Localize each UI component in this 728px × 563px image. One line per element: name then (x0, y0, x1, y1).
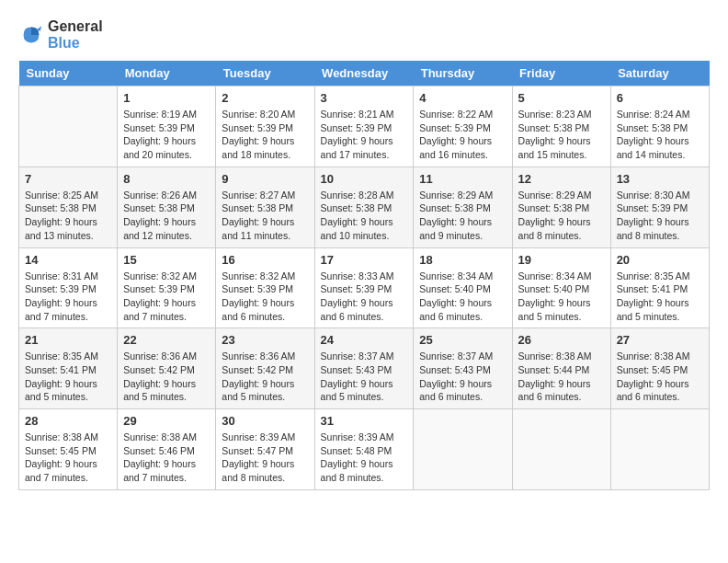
calendar-cell: 18Sunrise: 8:34 AMSunset: 5:40 PMDayligh… (414, 247, 512, 328)
calendar-cell: 27Sunrise: 8:38 AMSunset: 5:45 PMDayligh… (610, 328, 709, 409)
weekday-header-thursday: Thursday (414, 61, 512, 86)
day-info: Sunrise: 8:24 AMSunset: 5:38 PMDaylight:… (617, 108, 703, 162)
calendar-cell (19, 86, 118, 167)
day-number: 14 (25, 253, 111, 267)
day-info: Sunrise: 8:27 AMSunset: 5:38 PMDaylight:… (222, 189, 308, 243)
day-info: Sunrise: 8:39 AMSunset: 5:47 PMDaylight:… (222, 431, 308, 485)
calendar-cell: 17Sunrise: 8:33 AMSunset: 5:39 PMDayligh… (314, 247, 414, 328)
calendar-cell: 8Sunrise: 8:26 AMSunset: 5:38 PMDaylight… (118, 167, 216, 247)
calendar-cell: 7Sunrise: 8:25 AMSunset: 5:38 PMDaylight… (19, 167, 118, 247)
calendar-cell: 13Sunrise: 8:30 AMSunset: 5:39 PMDayligh… (610, 167, 709, 247)
day-info: Sunrise: 8:23 AMSunset: 5:38 PMDaylight:… (518, 108, 605, 162)
day-number: 19 (518, 253, 605, 267)
weekday-header-saturday: Saturday (610, 61, 709, 86)
calendar-cell: 23Sunrise: 8:36 AMSunset: 5:42 PMDayligh… (216, 328, 314, 409)
day-number: 27 (617, 333, 703, 347)
day-number: 9 (222, 172, 308, 186)
day-number: 1 (123, 91, 210, 105)
day-number: 16 (222, 253, 308, 267)
day-number: 6 (617, 91, 703, 105)
calendar-header: SundayMondayTuesdayWednesdayThursdayFrid… (19, 61, 710, 86)
weekday-row: SundayMondayTuesdayWednesdayThursdayFrid… (19, 61, 710, 86)
day-info: Sunrise: 8:35 AMSunset: 5:41 PMDaylight:… (25, 350, 111, 404)
calendar-cell (610, 409, 709, 490)
calendar-cell (512, 409, 610, 490)
calendar-cell: 26Sunrise: 8:38 AMSunset: 5:44 PMDayligh… (512, 328, 610, 409)
calendar-cell: 20Sunrise: 8:35 AMSunset: 5:41 PMDayligh… (610, 247, 709, 328)
logo-icon (18, 22, 44, 48)
logo: General Blue (18, 18, 103, 52)
weekday-header-sunday: Sunday (19, 61, 118, 86)
calendar-week-row: 7Sunrise: 8:25 AMSunset: 5:38 PMDaylight… (19, 167, 710, 247)
calendar-cell: 16Sunrise: 8:32 AMSunset: 5:39 PMDayligh… (216, 247, 314, 328)
day-number: 13 (617, 172, 703, 186)
day-info: Sunrise: 8:21 AMSunset: 5:39 PMDaylight:… (321, 108, 408, 162)
day-info: Sunrise: 8:36 AMSunset: 5:42 PMDaylight:… (222, 350, 308, 404)
day-info: Sunrise: 8:39 AMSunset: 5:48 PMDaylight:… (321, 431, 408, 485)
day-info: Sunrise: 8:32 AMSunset: 5:39 PMDaylight:… (123, 270, 210, 324)
day-info: Sunrise: 8:38 AMSunset: 5:45 PMDaylight:… (25, 431, 111, 485)
weekday-header-monday: Monday (118, 61, 216, 86)
calendar-table: SundayMondayTuesdayWednesdayThursdayFrid… (18, 61, 710, 490)
day-number: 8 (123, 172, 210, 186)
day-info: Sunrise: 8:31 AMSunset: 5:39 PMDaylight:… (25, 270, 111, 324)
day-number: 3 (321, 91, 408, 105)
day-info: Sunrise: 8:33 AMSunset: 5:39 PMDaylight:… (321, 270, 408, 324)
calendar-cell: 28Sunrise: 8:38 AMSunset: 5:45 PMDayligh… (19, 409, 118, 490)
day-info: Sunrise: 8:35 AMSunset: 5:41 PMDaylight:… (617, 270, 703, 324)
day-info: Sunrise: 8:28 AMSunset: 5:38 PMDaylight:… (321, 189, 408, 243)
calendar-cell: 29Sunrise: 8:38 AMSunset: 5:46 PMDayligh… (118, 409, 216, 490)
day-number: 18 (419, 253, 506, 267)
calendar-cell: 1Sunrise: 8:19 AMSunset: 5:39 PMDaylight… (118, 86, 216, 167)
day-number: 5 (518, 91, 605, 105)
day-number: 17 (321, 253, 408, 267)
page-header: General Blue (18, 18, 710, 52)
calendar-cell: 4Sunrise: 8:22 AMSunset: 5:39 PMDaylight… (414, 86, 512, 167)
logo-text: General Blue (48, 18, 103, 52)
day-info: Sunrise: 8:26 AMSunset: 5:38 PMDaylight:… (123, 189, 210, 243)
day-info: Sunrise: 8:34 AMSunset: 5:40 PMDaylight:… (419, 270, 506, 324)
day-number: 12 (518, 172, 605, 186)
day-info: Sunrise: 8:38 AMSunset: 5:45 PMDaylight:… (617, 350, 703, 404)
day-info: Sunrise: 8:37 AMSunset: 5:43 PMDaylight:… (419, 350, 506, 404)
weekday-header-tuesday: Tuesday (216, 61, 314, 86)
calendar-cell: 25Sunrise: 8:37 AMSunset: 5:43 PMDayligh… (414, 328, 512, 409)
day-info: Sunrise: 8:29 AMSunset: 5:38 PMDaylight:… (518, 189, 605, 243)
day-number: 29 (123, 414, 210, 428)
day-number: 10 (321, 172, 408, 186)
day-number: 7 (25, 172, 111, 186)
calendar-week-row: 1Sunrise: 8:19 AMSunset: 5:39 PMDaylight… (19, 86, 710, 167)
day-info: Sunrise: 8:19 AMSunset: 5:39 PMDaylight:… (123, 108, 210, 162)
calendar-cell: 30Sunrise: 8:39 AMSunset: 5:47 PMDayligh… (216, 409, 314, 490)
day-info: Sunrise: 8:29 AMSunset: 5:38 PMDaylight:… (419, 189, 506, 243)
day-number: 30 (222, 414, 308, 428)
calendar-cell: 19Sunrise: 8:34 AMSunset: 5:40 PMDayligh… (512, 247, 610, 328)
day-number: 4 (419, 91, 506, 105)
day-number: 21 (25, 333, 111, 347)
day-number: 25 (419, 333, 506, 347)
day-number: 20 (617, 253, 703, 267)
day-info: Sunrise: 8:37 AMSunset: 5:43 PMDaylight:… (321, 350, 408, 404)
day-number: 23 (222, 333, 308, 347)
day-info: Sunrise: 8:38 AMSunset: 5:46 PMDaylight:… (123, 431, 210, 485)
calendar-cell: 6Sunrise: 8:24 AMSunset: 5:38 PMDaylight… (610, 86, 709, 167)
weekday-header-wednesday: Wednesday (314, 61, 414, 86)
day-number: 11 (419, 172, 506, 186)
calendar-week-row: 14Sunrise: 8:31 AMSunset: 5:39 PMDayligh… (19, 247, 710, 328)
calendar-week-row: 28Sunrise: 8:38 AMSunset: 5:45 PMDayligh… (19, 409, 710, 490)
day-info: Sunrise: 8:30 AMSunset: 5:39 PMDaylight:… (617, 189, 703, 243)
calendar-cell: 21Sunrise: 8:35 AMSunset: 5:41 PMDayligh… (19, 328, 118, 409)
calendar-cell: 9Sunrise: 8:27 AMSunset: 5:38 PMDaylight… (216, 167, 314, 247)
calendar-cell: 12Sunrise: 8:29 AMSunset: 5:38 PMDayligh… (512, 167, 610, 247)
day-info: Sunrise: 8:32 AMSunset: 5:39 PMDaylight:… (222, 270, 308, 324)
calendar-cell: 14Sunrise: 8:31 AMSunset: 5:39 PMDayligh… (19, 247, 118, 328)
day-number: 31 (321, 414, 408, 428)
weekday-header-friday: Friday (512, 61, 610, 86)
day-number: 22 (123, 333, 210, 347)
day-number: 24 (321, 333, 408, 347)
calendar-cell: 5Sunrise: 8:23 AMSunset: 5:38 PMDaylight… (512, 86, 610, 167)
calendar-cell: 31Sunrise: 8:39 AMSunset: 5:48 PMDayligh… (314, 409, 414, 490)
calendar-cell: 2Sunrise: 8:20 AMSunset: 5:39 PMDaylight… (216, 86, 314, 167)
day-info: Sunrise: 8:38 AMSunset: 5:44 PMDaylight:… (518, 350, 605, 404)
day-info: Sunrise: 8:25 AMSunset: 5:38 PMDaylight:… (25, 189, 111, 243)
